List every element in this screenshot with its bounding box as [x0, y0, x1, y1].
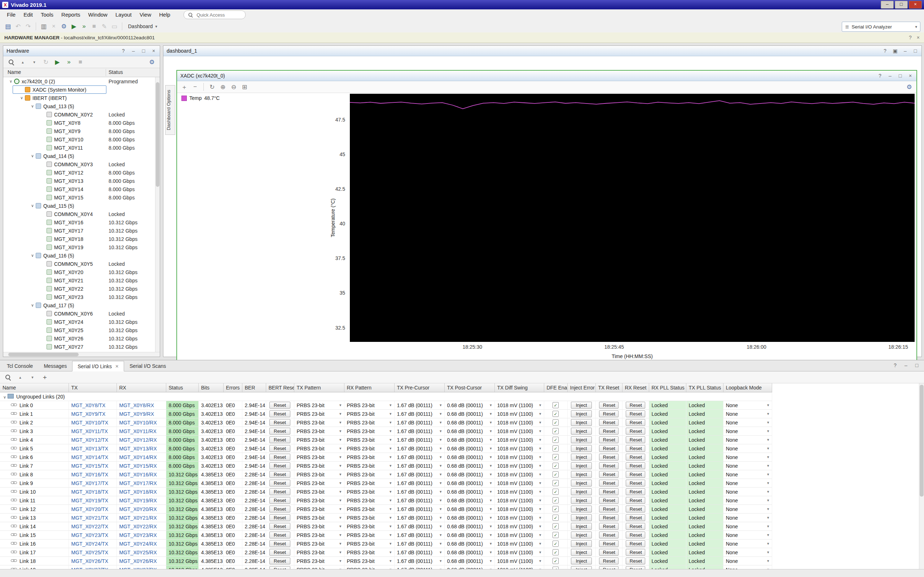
tx-reset-button[interactable]: Reset: [599, 454, 619, 461]
tx-post-cursor-select[interactable]: 0.68 dB (00011)▾: [447, 446, 492, 451]
menu-layout[interactable]: Layout: [111, 10, 135, 20]
rx-endpoint-link[interactable]: MGT_X0Y24/RX: [119, 541, 157, 547]
rx-pattern-select[interactable]: PRBS 23-bit▾: [347, 472, 392, 477]
rx-endpoint-link[interactable]: MGT_X0Y13/RX: [119, 446, 157, 451]
rx-pattern-select[interactable]: PRBS 23-bit▾: [347, 463, 392, 469]
tree-row[interactable]: COMMON_X0Y4Locked: [3, 210, 160, 218]
tree-row[interactable]: COMMON_X0Y5Locked: [3, 259, 160, 268]
inject-error-button[interactable]: Inject: [571, 410, 592, 417]
inject-error-button[interactable]: Inject: [571, 532, 592, 538]
inject-error-button[interactable]: Inject: [571, 471, 592, 478]
tx-post-cursor-select[interactable]: 0.68 dB (00011)▾: [447, 480, 492, 486]
column-header[interactable]: BERT Reset: [266, 384, 294, 392]
tx-pre-cursor-select[interactable]: 1.67 dB (00111)▾: [397, 472, 442, 477]
tree-hscrollbar[interactable]: [3, 352, 160, 357]
rx-pattern-select[interactable]: PRBS 23-bit▾: [347, 489, 392, 495]
tx-pre-cursor-select[interactable]: 1.67 dB (00111)▾: [397, 403, 442, 408]
tx-diff-swing-select[interactable]: 1018 mV (1100)▾: [497, 515, 541, 521]
column-header-status[interactable]: Status: [108, 69, 123, 75]
tx-pre-cursor-select[interactable]: 1.67 dB (00111)▾: [397, 489, 442, 495]
tx-pre-cursor-select[interactable]: 1.67 dB (00111)▾: [397, 463, 442, 469]
dfe-enabled-checkbox[interactable]: ✓: [553, 471, 559, 477]
tree-row[interactable]: MGT_X0Y158.000 Gbps: [3, 193, 160, 201]
minimize-icon[interactable]: –: [903, 363, 909, 368]
bert-reset-button[interactable]: Reset: [269, 523, 290, 530]
tx-reset-button[interactable]: Reset: [599, 514, 619, 521]
maximize-icon[interactable]: □: [897, 73, 903, 79]
rx-endpoint-link[interactable]: MGT_X0Y19/RX: [119, 498, 157, 503]
loopback-mode-select[interactable]: None▾: [726, 411, 769, 417]
chart-plot-area[interactable]: [350, 94, 914, 342]
close-icon[interactable]: ×: [908, 73, 913, 79]
tx-reset-button[interactable]: Reset: [599, 488, 619, 495]
bert-reset-button[interactable]: Reset: [269, 540, 290, 547]
tx-diff-swing-select[interactable]: 1018 mV (1100)▾: [497, 480, 541, 486]
rx-pattern-select[interactable]: PRBS 23-bit▾: [347, 455, 392, 460]
table-vscrollbar[interactable]: [919, 384, 924, 569]
tx-pre-cursor-select[interactable]: 1.67 dB (00111)▾: [397, 515, 442, 521]
tree-row[interactable]: MGT_X0Y148.000 Gbps: [3, 185, 160, 193]
rx-endpoint-link[interactable]: MGT_X0Y18/RX: [119, 489, 157, 495]
tx-endpoint-link[interactable]: MGT_X0Y20/TX: [71, 506, 108, 512]
rx-pattern-select[interactable]: PRBS 23-bit▾: [347, 558, 392, 564]
rx-reset-button[interactable]: Reset: [626, 402, 645, 409]
dfe-enabled-checkbox[interactable]: ✓: [553, 506, 559, 512]
close-icon[interactable]: ✕: [115, 364, 119, 369]
tx-endpoint-link[interactable]: MGT_X0Y24/TX: [71, 541, 108, 547]
rx-reset-button[interactable]: Reset: [626, 419, 645, 426]
tx-reset-button[interactable]: Reset: [599, 549, 619, 556]
expander-icon[interactable]: ∨: [29, 303, 36, 308]
tx-pattern-select[interactable]: PRBS 23-bit▾: [297, 420, 342, 425]
expander-icon[interactable]: ∨: [3, 395, 6, 399]
tx-reset-button[interactable]: Reset: [599, 445, 619, 452]
column-header[interactable]: TX Pattern: [294, 384, 344, 392]
rx-endpoint-link[interactable]: MGT_X0Y20/RX: [119, 506, 157, 512]
inject-error-button[interactable]: Inject: [571, 488, 592, 495]
tree-row[interactable]: ∨IBERT (IBERT): [3, 94, 160, 102]
loopback-mode-select[interactable]: None▾: [726, 403, 769, 408]
tree-row[interactable]: MGT_X0Y2110.312 Gbps: [3, 276, 160, 285]
rx-reset-button[interactable]: Reset: [626, 540, 645, 547]
dfe-enabled-checkbox[interactable]: ✓: [553, 411, 559, 417]
column-header[interactable]: Bits: [198, 384, 223, 392]
link-row[interactable]: Link 13MGT_X0Y21/TXMGT_X0Y21/RX10.312 Gb…: [0, 514, 772, 522]
tx-diff-swing-select[interactable]: 1018 mV (1100)▾: [497, 437, 541, 443]
rx-pattern-select[interactable]: PRBS 23-bit▾: [347, 420, 392, 425]
tx-diff-swing-select[interactable]: 1018 mV (1100)▾: [497, 506, 541, 512]
bert-reset-button[interactable]: Reset: [269, 445, 290, 452]
tree-row[interactable]: ∨Quad_117 (5): [3, 301, 160, 309]
loopback-mode-select[interactable]: None▾: [726, 541, 769, 547]
rx-pattern-select[interactable]: PRBS 23-bit▾: [347, 532, 392, 538]
menu-tools[interactable]: Tools: [37, 10, 57, 20]
link-row[interactable]: Link 17MGT_X0Y25/TXMGT_X0Y25/RX10.312 Gb…: [0, 548, 772, 557]
dfe-enabled-checkbox[interactable]: ✓: [553, 532, 559, 538]
dfe-enabled-checkbox[interactable]: ✓: [553, 523, 559, 529]
tx-endpoint-link[interactable]: MGT_X0Y21/TX: [71, 515, 108, 521]
rx-reset-button[interactable]: Reset: [626, 471, 645, 478]
tx-pre-cursor-select[interactable]: 1.67 dB (00111)▾: [397, 506, 442, 512]
tx-reset-button[interactable]: Reset: [599, 506, 619, 513]
rx-endpoint-link[interactable]: MGT_X0Y11/RX: [119, 429, 156, 434]
tx-endpoint-link[interactable]: MGT_X0Y12/TX: [71, 437, 108, 443]
tx-endpoint-link[interactable]: MGT_X0Y15/TX: [71, 463, 108, 469]
refresh-icon[interactable]: ↻: [41, 57, 51, 67]
rx-pattern-select[interactable]: PRBS 23-bit▾: [347, 524, 392, 529]
dfe-enabled-checkbox[interactable]: ✓: [553, 463, 559, 469]
tx-reset-button[interactable]: Reset: [599, 428, 619, 435]
maximize-icon[interactable]: □: [914, 363, 920, 368]
inject-error-button[interactable]: Inject: [571, 402, 592, 409]
loopback-mode-select[interactable]: None▾: [726, 532, 769, 538]
rx-reset-button[interactable]: Reset: [626, 506, 645, 513]
tx-post-cursor-select[interactable]: 0.68 dB (00011)▾: [447, 403, 492, 408]
column-divider[interactable]: [106, 69, 106, 76]
stop-icon[interactable]: ■: [89, 22, 99, 31]
dfe-enabled-checkbox[interactable]: ✓: [553, 437, 559, 443]
rx-pattern-select[interactable]: PRBS 23-bit▾: [347, 480, 392, 486]
tx-reset-button[interactable]: Reset: [599, 436, 619, 443]
menu-file[interactable]: File: [3, 10, 19, 20]
column-header[interactable]: RX: [116, 384, 166, 392]
maximize-button[interactable]: □: [895, 1, 908, 9]
dfe-enabled-checkbox[interactable]: ✓: [553, 558, 559, 564]
tx-pre-cursor-select[interactable]: 1.67 dB (00111)▾: [397, 480, 442, 486]
tx-post-cursor-select[interactable]: 0.68 dB (00011)▾: [447, 506, 492, 512]
